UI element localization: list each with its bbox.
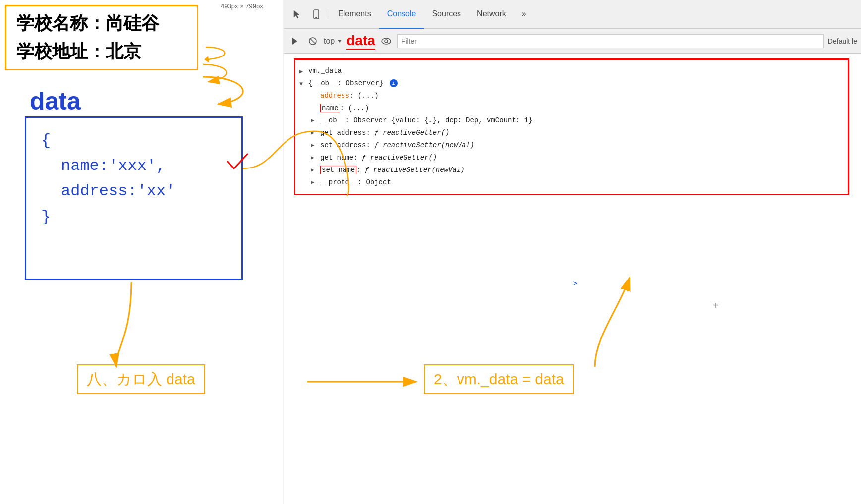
console-line-proto[interactable]: ▶ __proto__: Object <box>295 176 848 189</box>
svg-point-7 <box>382 38 391 44</box>
svg-marker-3 <box>292 38 297 45</box>
school-info-box: 学校名称：尚硅谷 学校地址：北京 <box>5 5 198 70</box>
annotation-box-1: 八、カロ入 data <box>77 364 205 394</box>
console-prompt[interactable]: > <box>573 279 578 288</box>
console-line-set-address[interactable]: ▶ set address: ƒ reactiveSetter(newVal) <box>295 139 848 152</box>
svg-marker-6 <box>338 40 342 43</box>
data-badge: data <box>346 33 375 50</box>
console-line-ob2[interactable]: ▶ __ob__: Observer {value: {…}, dep: Dep… <box>295 114 848 127</box>
context-selector[interactable]: top <box>324 37 343 46</box>
data-code-box: { name:'xxx', address:'xx' } <box>25 116 243 280</box>
console-line-name[interactable]: name: (...) <box>295 102 848 114</box>
filter-input[interactable] <box>397 34 824 48</box>
plus-sign: + <box>713 300 719 312</box>
data-label: data <box>30 87 81 115</box>
data-code: { name:'xxx', address:'xx' } <box>41 128 227 229</box>
mobile-icon[interactable] <box>309 7 324 22</box>
info-icon: i <box>390 79 398 87</box>
ban-icon[interactable] <box>306 34 320 48</box>
console-line-get-address[interactable]: ▶ get address: ƒ reactiveGetter() <box>295 127 848 139</box>
annotation-box-2: 2、vm._data = data <box>424 364 574 394</box>
devtools-tabs: Elements Console Sources Network » <box>284 0 861 29</box>
svg-point-8 <box>385 40 388 43</box>
console-line-vm-data: ▶ vm._data <box>295 65 848 77</box>
school-address: 学校地址：北京 <box>16 40 187 64</box>
context-top-label: top <box>324 37 335 46</box>
tab-sources[interactable]: Sources <box>424 0 469 29</box>
eye-icon[interactable] <box>379 34 393 48</box>
tab-console[interactable]: Console <box>379 0 424 29</box>
cursor-icon[interactable] <box>290 7 305 22</box>
dropdown-arrow-icon <box>337 38 343 44</box>
console-line-ob[interactable]: ▼ {__ob__: Observer} i <box>295 77 848 90</box>
tab-more[interactable]: » <box>514 0 534 29</box>
console-line-get-name[interactable]: ▶ get name: ƒ reactiveGetter() <box>295 152 848 164</box>
name-highlighted: name <box>320 104 340 112</box>
svg-marker-0 <box>294 10 299 18</box>
default-label: Default le <box>828 37 857 45</box>
console-line-set-name[interactable]: ▶ set name: ƒ reactiveSetter(newVal) <box>295 164 848 176</box>
devtools-toolbar2: top data Default le <box>284 29 861 54</box>
tab-separator <box>328 9 328 19</box>
svg-line-5 <box>310 38 316 44</box>
console-line-address[interactable]: address: (...) <box>295 90 848 102</box>
tab-elements[interactable]: Elements <box>330 0 379 29</box>
tab-network[interactable]: Network <box>469 0 514 29</box>
devtools-panel: Elements Console Sources Network » top d… <box>284 0 861 504</box>
dimensions-label: 493px × 799px <box>221 2 263 10</box>
console-output-box: ▶ vm._data ▼ {__ob__: Observer} i addres… <box>294 58 849 195</box>
school-name: 学校名称：尚硅谷 <box>16 11 187 36</box>
console-area: ▶ vm._data ▼ {__ob__: Observer} i addres… <box>284 54 861 504</box>
svg-rect-2 <box>315 17 317 18</box>
set-name-highlighted: set name <box>320 166 356 174</box>
play-icon[interactable] <box>288 34 302 48</box>
left-panel: 493px × 799px 学校名称：尚硅谷 学校地址：北京 data { na… <box>0 0 283 504</box>
